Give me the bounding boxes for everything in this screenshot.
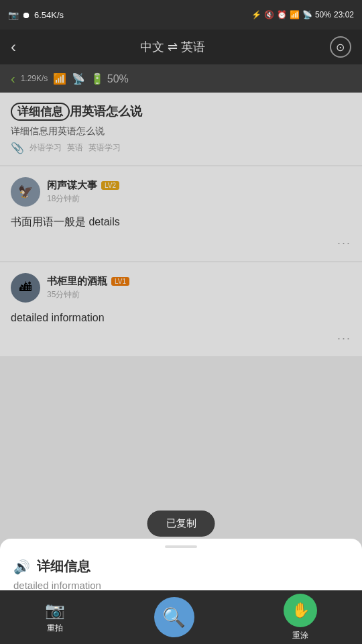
speed-text: 6.54K/s	[34, 10, 64, 20]
retake-button[interactable]: 📷 重拍	[45, 601, 65, 634]
toast: 已复制	[147, 511, 215, 537]
redo-icon: ✋	[292, 602, 310, 619]
popup-handle	[0, 539, 362, 551]
camera-icon: 📷	[8, 10, 19, 20]
toast-label: 已复制	[166, 517, 196, 529]
battery-text: 50%	[315, 10, 331, 19]
status-right: ⚡ 🔇 ⏰ 📶 📡 50% 23:02	[251, 10, 354, 19]
bluetooth-icon: ⚡	[251, 10, 261, 19]
signal-icon: 📡	[302, 10, 312, 19]
redo-label: 重涂	[292, 630, 308, 641]
bottom-toolbar: 📷 重拍 🔍 ✋ 重涂	[0, 590, 362, 644]
redo-container: ✋ 重涂	[284, 594, 317, 641]
wifi-icon: 📶	[290, 10, 300, 19]
retake-icon: 📷	[45, 601, 65, 620]
status-left: 📷 ⏺ 6.54K/s	[8, 10, 64, 20]
alarm-icon: ⏰	[277, 10, 287, 19]
status-bar: 📷 ⏺ 6.54K/s ⚡ 🔇 ⏰ 📶 📡 50% 23:02	[0, 0, 362, 30]
redo-button[interactable]: ✋	[284, 594, 317, 627]
retake-label: 重拍	[47, 623, 63, 634]
mute-icon: 🔇	[264, 10, 274, 19]
time-display: 23:02	[334, 10, 354, 19]
search-circle-button[interactable]: 🔍	[154, 597, 194, 637]
popup-word-row: 🔊 详细信息	[0, 551, 362, 578]
record-icon: ⏺	[22, 10, 31, 20]
handle-bar	[165, 545, 197, 548]
popup-word: 详细信息	[37, 557, 90, 576]
search-circle-icon: 🔍	[162, 606, 186, 629]
speaker-icon[interactable]: 🔊	[13, 559, 30, 575]
